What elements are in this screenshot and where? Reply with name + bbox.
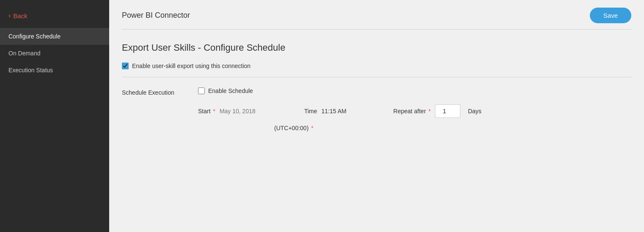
sidebar-item-on-demand[interactable]: On Demand [0,45,109,62]
start-field-group: Start * [198,108,270,115]
repeat-after-label: Repeat after * [394,108,431,115]
enable-schedule-row: Enable Schedule [198,87,482,94]
start-required-star: * [212,108,215,115]
repeat-after-field-group: Repeat after * Days [394,104,482,118]
sidebar-item-label: On Demand [8,50,40,57]
start-date-input[interactable] [220,108,270,115]
time-label: Time [304,108,317,115]
page-title: Export User Skills - Configure Schedule [122,42,631,53]
repeat-after-input[interactable] [435,104,460,118]
section-divider [122,77,631,77]
repeat-after-required-star: * [427,108,431,115]
time-input[interactable] [322,108,360,115]
enable-export-checkbox[interactable] [122,63,129,69]
sidebar-item-label: Configure Schedule [8,33,61,40]
schedule-controls: Enable Schedule Start * Time [198,87,482,131]
time-field-group: Time [304,108,360,115]
utc-required-star: * [309,125,313,131]
sidebar-nav: Configure Schedule On Demand Execution S… [0,28,109,79]
enable-export-row: Enable user-skill export using this conn… [122,63,631,69]
main-content: Power BI Connector Save Export User Skil… [109,0,644,232]
utc-row: (UTC+00:00) * [198,125,482,131]
back-button[interactable]: ‹ Back [0,0,109,28]
schedule-execution-label: Schedule Execution [122,87,181,96]
sidebar-item-execution-status[interactable]: Execution Status [0,62,109,79]
enable-schedule-checkbox[interactable] [198,87,205,94]
utc-label: (UTC+00:00) * [274,125,314,131]
chevron-left-icon: ‹ [8,12,11,19]
sidebar-item-configure-schedule[interactable]: Configure Schedule [0,28,109,45]
sidebar-item-label: Execution Status [8,67,53,74]
back-label: Back [13,12,27,19]
days-label: Days [468,108,482,115]
enable-schedule-label[interactable]: Enable Schedule [208,87,253,94]
fields-row: Start * Time Repeat after * [198,104,482,118]
header: Power BI Connector Save [109,0,644,23]
save-button[interactable]: Save [590,8,631,23]
app-title: Power BI Connector [122,11,190,20]
page-content: Export User Skills - Configure Schedule … [109,30,644,232]
sidebar: ‹ Back Configure Schedule On Demand Exec… [0,0,109,232]
schedule-execution-section: Schedule Execution Enable Schedule Start… [122,87,631,131]
start-label: Start * [198,108,215,115]
enable-export-label[interactable]: Enable user-skill export using this conn… [132,63,250,69]
